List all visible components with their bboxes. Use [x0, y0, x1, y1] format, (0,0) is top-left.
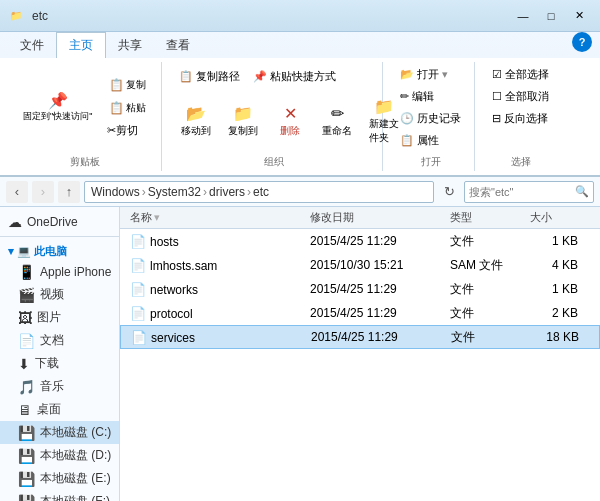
- up-button[interactable]: ↑: [58, 181, 80, 203]
- history-icon: 🕒: [400, 112, 414, 125]
- desktop-icon: 🖥: [18, 402, 32, 418]
- edit-icon: ✏: [400, 90, 409, 103]
- sidebar-item-downloads[interactable]: ⬇ 下载: [0, 352, 119, 375]
- rename-button[interactable]: ✏ 重命名: [315, 102, 359, 142]
- search-input[interactable]: [465, 184, 571, 200]
- forward-button[interactable]: ›: [32, 181, 54, 203]
- title-bar: 📁 etc — □ ✕: [0, 0, 600, 32]
- path-sep-3: ›: [247, 185, 251, 199]
- table-row[interactable]: 📄services 2015/4/25 11:29 文件 18 KB: [120, 325, 600, 349]
- onedrive-label: OneDrive: [27, 215, 78, 229]
- search-icon[interactable]: 🔍: [571, 185, 593, 198]
- sidebar-item-iphone[interactable]: 📱 Apple iPhone: [0, 261, 119, 283]
- file-modified: 2015/4/25 11:29: [305, 330, 445, 344]
- pin-button[interactable]: 📌 固定到"快速访问": [16, 89, 99, 126]
- title-bar-icons: 📁: [8, 8, 24, 24]
- sidebar: ☁ OneDrive ▾ 💻 此电脑 📱 Apple iPhone 🎬 视频 🖼…: [0, 207, 120, 501]
- select-buttons: ☑ 全部选择 ☐ 全部取消 ⊟ 反向选择: [487, 64, 554, 129]
- ribbon-group-select: ☑ 全部选择 ☐ 全部取消 ⊟ 反向选择 选择: [479, 62, 562, 171]
- table-row[interactable]: 📄protocol 2015/4/25 11:29 文件 2 KB: [120, 301, 600, 325]
- paste-icon: 📋: [109, 102, 124, 114]
- maximize-button[interactable]: □: [538, 5, 564, 27]
- col-header-type[interactable]: 类型: [444, 210, 524, 225]
- sidebar-item-pictures[interactable]: 🖼 图片: [0, 306, 119, 329]
- file-size: 2 KB: [524, 306, 584, 320]
- file-size: 1 KB: [524, 282, 584, 296]
- file-icon: 📄: [130, 306, 146, 321]
- music-label: 音乐: [40, 378, 64, 395]
- select-all-button[interactable]: ☑ 全部选择: [487, 64, 554, 85]
- table-row[interactable]: 📄networks 2015/4/25 11:29 文件 1 KB: [120, 277, 600, 301]
- move-icon: 📂: [186, 106, 206, 122]
- invert-select-button[interactable]: ⊟ 反向选择: [487, 108, 554, 129]
- copy-path-button[interactable]: 📋 复制路径: [174, 66, 245, 87]
- tab-share[interactable]: 共享: [106, 32, 154, 58]
- paste-button[interactable]: 📋 粘贴: [102, 97, 153, 119]
- file-size: 4 KB: [524, 258, 584, 272]
- file-type: 文件: [444, 233, 524, 250]
- copy-label: 复制: [126, 78, 146, 92]
- file-name: 📄services: [125, 330, 305, 345]
- search-box[interactable]: 🔍: [464, 181, 594, 203]
- history-button[interactable]: 🕒 历史记录: [395, 108, 466, 129]
- sidebar-item-drive-c[interactable]: 💾 本地磁盘 (C:): [0, 421, 119, 444]
- sidebar-item-drive-e[interactable]: 💾 本地磁盘 (E:): [0, 467, 119, 490]
- iphone-icon: 📱: [18, 264, 35, 280]
- ribbon-content: 📌 固定到"快速访问" 📋 复制 📋 粘贴 ✂剪切: [0, 58, 600, 176]
- cut-button[interactable]: ✂剪切: [102, 120, 153, 141]
- select-none-button[interactable]: ☐ 全部取消: [487, 86, 554, 107]
- music-icon: 🎵: [18, 379, 35, 395]
- copy-button[interactable]: 📋 复制: [102, 74, 153, 96]
- copy-icon: 📋: [109, 79, 124, 91]
- sidebar-section-thispc[interactable]: ▾ 💻 此电脑: [0, 240, 119, 261]
- copy-to-button[interactable]: 📁 复制到: [221, 102, 265, 142]
- sidebar-item-music[interactable]: 🎵 音乐: [0, 375, 119, 398]
- sidebar-item-videos[interactable]: 🎬 视频: [0, 283, 119, 306]
- col-header-modified[interactable]: 修改日期: [304, 210, 444, 225]
- ribbon-tabs: 文件 主页 共享 查看 ?: [0, 32, 600, 58]
- paste-label: 粘贴: [126, 101, 146, 115]
- window-controls: — □ ✕: [510, 5, 592, 27]
- table-row[interactable]: 📄lmhosts.sam 2015/10/30 15:21 SAM 文件 4 K…: [120, 253, 600, 277]
- select-label: 选择: [511, 153, 531, 169]
- quick-access-button[interactable]: 📌 粘贴快捷方式: [248, 66, 341, 87]
- sidebar-item-desktop[interactable]: 🖥 桌面: [0, 398, 119, 421]
- table-row[interactable]: 📄hosts 2015/4/25 11:29 文件 1 KB: [120, 229, 600, 253]
- edit-button[interactable]: ✏ 编辑: [395, 86, 466, 107]
- minimize-button[interactable]: —: [510, 5, 536, 27]
- sidebar-item-drive-d[interactable]: 💾 本地磁盘 (D:): [0, 444, 119, 467]
- sidebar-item-documents[interactable]: 📄 文档: [0, 329, 119, 352]
- tab-view[interactable]: 查看: [154, 32, 202, 58]
- properties-button[interactable]: 📋 属性: [395, 130, 466, 151]
- tab-file[interactable]: 文件: [8, 32, 56, 58]
- copy-to-icon: 📁: [233, 106, 253, 122]
- tab-home[interactable]: 主页: [56, 32, 106, 58]
- col-header-size[interactable]: 大小: [524, 210, 584, 225]
- pin-icon: 📌: [48, 93, 68, 109]
- help-button[interactable]: ?: [572, 32, 592, 52]
- move-to-button[interactable]: 📂 移动到: [174, 102, 218, 142]
- drive-d-icon: 💾: [18, 448, 35, 464]
- refresh-button[interactable]: ↻: [438, 181, 460, 203]
- back-button[interactable]: ‹: [6, 181, 28, 203]
- videos-label: 视频: [40, 286, 64, 303]
- pictures-label: 图片: [37, 309, 61, 326]
- col-header-name[interactable]: 名称 ▾: [124, 210, 304, 225]
- sidebar-item-onedrive[interactable]: ☁ OneDrive: [0, 211, 119, 233]
- pictures-icon: 🖼: [18, 310, 32, 326]
- thispc-label: 此电脑: [34, 244, 67, 259]
- downloads-label: 下载: [35, 355, 59, 372]
- file-modified: 2015/4/25 11:29: [304, 306, 444, 320]
- downloads-icon: ⬇: [18, 356, 30, 372]
- file-type: 文件: [444, 305, 524, 322]
- delete-button[interactable]: ✕ 删除: [268, 102, 312, 142]
- ribbon: 文件 主页 共享 查看 ? 📌 固定到"快速访问" 📋 复制 📋: [0, 32, 600, 177]
- sidebar-divider-1: [0, 236, 119, 237]
- close-button[interactable]: ✕: [566, 5, 592, 27]
- path-sep-1: ›: [142, 185, 146, 199]
- open-button[interactable]: 📂 打开 ▾: [395, 64, 466, 85]
- folder-icon: 📁: [8, 8, 24, 24]
- sidebar-item-drive-f[interactable]: 💾 本地磁盘 (F:): [0, 490, 119, 501]
- main-content: ☁ OneDrive ▾ 💻 此电脑 📱 Apple iPhone 🎬 视频 🖼…: [0, 207, 600, 501]
- address-path[interactable]: Windows › System32 › drivers › etc: [84, 181, 434, 203]
